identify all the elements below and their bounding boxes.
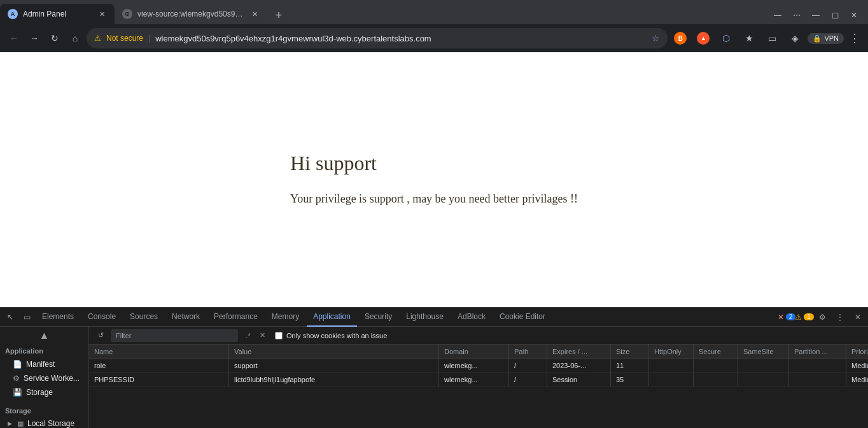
tab-lighthouse[interactable]: Lighthouse <box>400 308 450 327</box>
tab-source[interactable]: ⊙ view-source:wlemekgvd50s9vrq5p6v4 ✕ <box>115 4 267 24</box>
tab-network[interactable]: Network <box>165 308 206 327</box>
vpn-label: VPN <box>824 34 839 42</box>
col-header-httponly[interactable]: HttpOnly <box>649 345 694 358</box>
devtools-close-button[interactable]: ✕ <box>850 310 865 325</box>
cookie-table-header: Name Value Domain Path Expires / ... Siz… <box>89 345 868 359</box>
cookie-filter-regex-button[interactable]: .* <box>242 329 255 342</box>
expand-arrow-icon: ▶ <box>8 420 12 427</box>
col-header-secure[interactable]: Secure <box>694 345 738 358</box>
bookmark-icon[interactable]: ☆ <box>652 33 660 43</box>
devtools-settings-button[interactable]: ⚙ <box>815 310 830 325</box>
browser-chrome: A Admin Panel ✕ ⊙ view-source:wlemekgvd5… <box>0 0 868 52</box>
brave-icon: B <box>674 32 687 45</box>
reload-button[interactable]: ↻ <box>46 29 64 47</box>
brave-shield-button[interactable]: B <box>670 28 690 48</box>
minimize-button[interactable]: — <box>807 6 825 24</box>
cookie-phpsessid-partition <box>789 373 846 386</box>
cookie-issue-checkbox[interactable] <box>275 332 283 339</box>
tab-adblock[interactable]: AdBlock <box>451 308 492 327</box>
sidebar-scroll-up[interactable]: ▲ <box>0 329 88 342</box>
tab-application[interactable]: Application <box>307 308 357 327</box>
back-button[interactable]: ← <box>5 29 23 47</box>
col-header-path[interactable]: Path <box>509 345 547 358</box>
col-header-name[interactable]: Name <box>89 345 229 358</box>
new-tab-button[interactable]: + <box>270 6 288 24</box>
tab-more-icon: ⋯ <box>788 6 806 24</box>
tab-favicon-admin: A <box>8 9 18 19</box>
sidebar-item-manifest[interactable]: 📄 Manifest <box>0 357 88 371</box>
sidebar-storage-section: Storage <box>0 404 88 417</box>
tab-title-source: view-source:wlemekgvd50s9vrq5p6v4 <box>137 10 244 18</box>
cookie-phpsessid-samesite <box>738 373 789 386</box>
col-header-priority[interactable]: Priority <box>846 345 868 358</box>
address-bar-input[interactable]: ⚠ Not secure | wlemekgvd50s9vrq5p6v4ehxz… <box>87 28 668 48</box>
cookie-phpsessid-path: / <box>509 373 547 386</box>
tab-close-admin[interactable]: ✕ <box>97 9 107 19</box>
col-header-samesite[interactable]: SameSite <box>738 345 789 358</box>
tab-security[interactable]: Security <box>358 308 398 327</box>
browser-menu-button[interactable]: ⋮ <box>846 31 863 45</box>
cookie-role-value: support <box>229 359 439 372</box>
home-button[interactable]: ⌂ <box>66 29 84 47</box>
shields-icon: ▲ <box>697 32 710 45</box>
sidebar-application-section: Application <box>0 342 88 357</box>
devtools-error-badge[interactable]: ✕ 2 <box>779 310 794 325</box>
tab-performance[interactable]: Performance <box>207 308 264 327</box>
cookie-row-role[interactable]: role support wlemekg... / 2023-06-... 11… <box>89 359 868 373</box>
cast-button[interactable]: ▭ <box>762 28 782 48</box>
cookie-phpsessid-httponly <box>649 373 694 386</box>
cookie-role-path: / <box>509 359 547 372</box>
col-header-size[interactable]: Size <box>611 345 649 358</box>
devtools-toolbar: ↖ ▭ Elements Console Sources Network Per… <box>0 308 868 327</box>
error-count-badge: 2 <box>786 313 796 320</box>
tab-title-admin: Admin Panel <box>23 10 92 18</box>
cookie-phpsessid-secure <box>694 373 738 386</box>
cookie-row-phpsessid[interactable]: PHPSESSID lictd9lubh9hlji1ugfapbpofe wle… <box>89 373 868 387</box>
local-storage-icon: ▦ <box>17 420 24 428</box>
brave-rewards-button[interactable]: ▲ <box>693 28 713 48</box>
sidebar-item-storage[interactable]: 💾 Storage <box>0 385 88 399</box>
tab-cookie-editor[interactable]: Cookie Editor <box>493 308 552 327</box>
close-window-button[interactable]: ✕ <box>845 6 863 24</box>
devtools-warning-badge[interactable]: ⚠ 1 <box>797 310 812 325</box>
maximize-button[interactable]: ▢ <box>826 6 844 24</box>
vpn-button[interactable]: 🔒 VPN <box>808 33 844 44</box>
cookie-role-priority: Medium <box>846 359 868 372</box>
address-bar: ← → ↻ ⌂ ⚠ Not secure | wlemekgvd50s9vrq5… <box>0 24 868 52</box>
wallet-button[interactable]: ◈ <box>785 28 805 48</box>
sidebar-item-local-storage[interactable]: ▶ ▦ Local Storage <box>0 417 88 428</box>
tab-close-source[interactable]: ✕ <box>249 9 260 19</box>
cookie-filter-clear-button[interactable]: ✕ <box>256 329 269 342</box>
col-header-expires[interactable]: Expires / ... <box>547 345 611 358</box>
devtools-more-button[interactable]: ⋮ <box>832 310 848 325</box>
cookie-panel-header: ↺ .* ✕ Only show cookies with an issue <box>89 327 868 345</box>
forward-button[interactable]: → <box>25 29 43 47</box>
col-header-domain[interactable]: Domain <box>439 345 509 358</box>
tab-elements[interactable]: Elements <box>36 308 80 327</box>
sidebar-item-service-workers[interactable]: ⚙ Service Worke... <box>0 371 88 385</box>
extension-1-button[interactable]: ⬡ <box>716 28 736 48</box>
devtools-panel: ↖ ▭ Elements Console Sources Network Per… <box>0 307 868 428</box>
devtools-cursor-icon[interactable]: ↖ <box>3 310 18 325</box>
extension-2-button[interactable]: ★ <box>739 28 759 48</box>
tab-admin[interactable]: A Admin Panel ✕ <box>0 4 115 24</box>
tab-memory[interactable]: Memory <box>265 308 305 327</box>
tab-bar: A Admin Panel ✕ ⊙ view-source:wlemekgvd5… <box>0 0 868 24</box>
tab-console[interactable]: Console <box>81 308 122 327</box>
cookie-role-name: role <box>89 359 229 372</box>
cookie-role-domain: wlemekg... <box>439 359 509 372</box>
manifest-icon: 📄 <box>13 360 22 369</box>
tab-sources[interactable]: Sources <box>123 308 164 327</box>
cookie-phpsessid-priority: Medium <box>846 373 868 386</box>
cookie-filter-input[interactable] <box>111 329 238 342</box>
col-header-partition[interactable]: Partition ... <box>789 345 846 358</box>
col-header-value[interactable]: Value <box>229 345 439 358</box>
devtools-sidebar: ▲ Application 📄 Manifest ⚙ Service Worke… <box>0 327 89 428</box>
cookie-refresh-button[interactable]: ↺ <box>94 329 107 342</box>
cookie-phpsessid-size: 35 <box>611 373 649 386</box>
devtools-main-panel: ↺ .* ✕ Only show cookies with an issue <box>89 327 868 428</box>
devtools-device-icon[interactable]: ▭ <box>19 310 34 325</box>
cookie-issue-label: Only show cookies with an issue <box>286 332 387 339</box>
service-workers-icon: ⚙ <box>13 374 20 383</box>
page-content: Hi support Your privilege is support , m… <box>0 52 868 307</box>
